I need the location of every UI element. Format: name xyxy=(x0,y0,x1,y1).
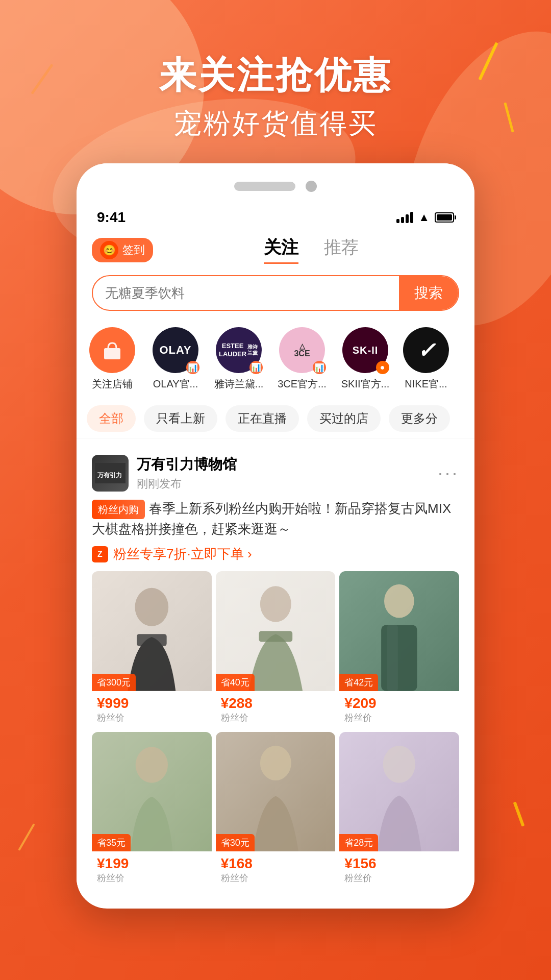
post-store-name[interactable]: 万有引力博物馆 xyxy=(137,455,237,474)
store-name-olay: OLAY官... xyxy=(153,377,198,391)
product-price-5: ¥168 xyxy=(221,855,331,872)
status-time: 9:41 xyxy=(97,209,126,226)
product-label-5: 粉丝价 xyxy=(221,872,331,884)
phone-frame: 9:41 ▲ 😊 签到 关注 推荐 xyxy=(77,163,474,909)
product-img-5: 省30元 xyxy=(216,732,336,852)
filter-live[interactable]: 正在直播 xyxy=(226,405,299,432)
product-item-6[interactable]: 省28元 ¥156 粉丝价 xyxy=(339,732,459,889)
store-bag-icon xyxy=(100,340,124,360)
status-icons: ▲ xyxy=(396,211,454,224)
store-name-skii: SKII官方... xyxy=(341,377,389,391)
product-info-5: ¥168 粉丝价 xyxy=(216,851,336,888)
store-badge-estee: 📊 xyxy=(249,361,263,374)
svg-rect-8 xyxy=(381,625,417,691)
store-name-nike: NIKE官... xyxy=(405,377,447,391)
confetti-5 xyxy=(18,823,35,851)
product-price-3: ¥209 xyxy=(344,695,454,712)
svg-rect-9 xyxy=(387,625,398,691)
store-item-3ce[interactable]: △ 3CE 📊 3CE官方... xyxy=(277,327,328,391)
product-badge-5: 省30元 xyxy=(216,834,255,851)
app-header: 😊 签到 关注 推荐 xyxy=(77,231,474,269)
search-input[interactable] xyxy=(93,285,399,301)
product-badge-3: 省42元 xyxy=(339,674,378,691)
svg-point-11 xyxy=(260,746,291,780)
product-figure-3 xyxy=(339,571,459,691)
hero-line2: 宠粉好货值得买 xyxy=(0,105,551,142)
filter-new[interactable]: 只看上新 xyxy=(144,405,217,432)
product-item-4[interactable]: 省35元 ¥199 粉丝价 xyxy=(92,732,212,889)
store-avatar-follow xyxy=(89,327,135,373)
svg-point-5 xyxy=(260,586,291,622)
store-avatar-skii: SK-II ● xyxy=(342,327,388,373)
filter-row: 全部 只看上新 正在直播 买过的店 更多分 xyxy=(77,399,474,438)
phone-top-bar xyxy=(77,163,474,204)
post-time: 刚刚发布 xyxy=(137,476,237,492)
post-store-meta: 万有引力博物馆 刚刚发布 xyxy=(137,455,237,492)
svg-point-7 xyxy=(384,584,414,618)
product-figure-2 xyxy=(216,571,336,691)
post-menu-button[interactable]: ··· xyxy=(438,462,459,484)
product-img-4: 省35元 xyxy=(92,732,212,852)
store-avatar-nike: ✓ xyxy=(403,327,449,373)
product-label-6: 粉丝价 xyxy=(344,872,454,884)
discount-link[interactable]: Z 粉丝专享7折·立即下单 › xyxy=(92,545,459,563)
product-item-2[interactable]: 省40元 ¥288 粉丝价 xyxy=(216,571,336,728)
filter-more[interactable]: 更多分 xyxy=(389,405,450,432)
store-badge-3ce: 📊 xyxy=(313,361,326,374)
post-body-text: 春季上新系列粉丝内购开始啦！新品穿搭复古风MIX大棋盘格拼接撞色，赶紧来逛逛～ xyxy=(92,501,451,536)
product-label-3: 粉丝价 xyxy=(344,712,454,724)
hero-line1: 来关注抢优惠 xyxy=(0,51,551,100)
store-name-follow: 关注店铺 xyxy=(92,377,133,391)
product-item-1[interactable]: 省300元 ¥999 粉丝价 xyxy=(92,571,212,728)
post-header: 万有引力 万有引力博物馆 刚刚发布 ··· xyxy=(92,455,459,492)
discount-text: 粉丝专享7折·立即下单 › xyxy=(113,545,252,563)
store-item-nike[interactable]: ✓ NIKE官... xyxy=(403,327,449,391)
store-item-estee[interactable]: ESTEELAUDER雅诗兰黛 📊 雅诗兰黛... xyxy=(213,327,264,391)
tab-follow[interactable]: 关注 xyxy=(264,236,298,264)
svg-rect-0 xyxy=(104,348,120,359)
search-section: 搜索 xyxy=(77,269,474,319)
svg-point-3 xyxy=(135,588,168,626)
store-item-olay[interactable]: OLAY 📊 OLAY官... xyxy=(150,327,201,391)
post-card: 万有引力 万有引力博物馆 刚刚发布 ··· 粉丝内购春季上新系列粉丝内购开始啦！… xyxy=(77,445,474,898)
product-item-5[interactable]: 省30元 ¥168 粉丝价 xyxy=(216,732,336,889)
store-name-estee: 雅诗兰黛... xyxy=(214,377,264,391)
product-badge-6: 省28元 xyxy=(339,834,378,851)
product-figure-6 xyxy=(339,732,459,852)
fan-badge: 粉丝内购 xyxy=(92,500,145,519)
confetti-4 xyxy=(513,801,525,826)
store-item-skii[interactable]: SK-II ● SKII官方... xyxy=(340,327,391,391)
product-price-6: ¥156 xyxy=(344,855,454,872)
post-store-avatar[interactable]: 万有引力 xyxy=(92,455,129,492)
signal-icon xyxy=(396,212,413,223)
store-badge-skii: ● xyxy=(376,361,389,374)
store-avatar-estee: ESTEELAUDER雅诗兰黛 📊 xyxy=(216,327,262,373)
svg-point-10 xyxy=(136,747,168,782)
product-img-2: 省40元 xyxy=(216,571,336,691)
battery-icon xyxy=(435,212,454,223)
product-info-3: ¥209 粉丝价 xyxy=(339,691,459,728)
product-figure-4 xyxy=(92,732,212,852)
filter-all[interactable]: 全部 xyxy=(87,405,136,432)
product-item-3[interactable]: 省42元 ¥209 粉丝价 xyxy=(339,571,459,728)
search-button[interactable]: 搜索 xyxy=(399,276,458,310)
tab-recommend[interactable]: 推荐 xyxy=(324,236,359,264)
svg-rect-4 xyxy=(137,634,167,646)
svg-point-12 xyxy=(383,746,415,783)
discount-icon: Z xyxy=(92,546,108,562)
svg-rect-6 xyxy=(259,631,292,642)
checkin-button[interactable]: 😊 签到 xyxy=(92,238,153,262)
filter-bought[interactable]: 买过的店 xyxy=(307,405,381,432)
product-badge-2: 省40元 xyxy=(216,674,255,691)
product-img-3: 省42元 xyxy=(339,571,459,691)
product-figure-1 xyxy=(92,571,212,691)
svg-text:万有引力: 万有引力 xyxy=(97,472,122,479)
checkin-label: 签到 xyxy=(122,242,145,258)
store-avatar-3ce: △ 3CE 📊 xyxy=(279,327,325,373)
product-price-2: ¥288 xyxy=(221,695,331,712)
product-price-4: ¥199 xyxy=(97,855,207,872)
store-avatar-olay: OLAY 📊 xyxy=(153,327,198,373)
stores-row: 关注店铺 OLAY 📊 OLAY官... ESTEELAUDER雅诗兰黛 📊 雅… xyxy=(77,319,474,399)
store-item-follow[interactable]: 关注店铺 xyxy=(87,327,138,391)
post-store-info: 万有引力 万有引力博物馆 刚刚发布 xyxy=(92,455,237,492)
